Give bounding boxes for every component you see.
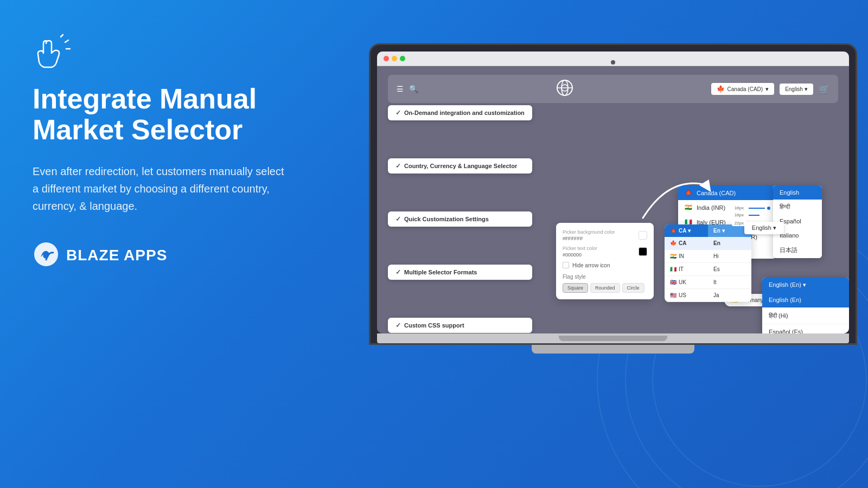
laptop-screen: ☰ 🔍 🍁 Canada (C — [377, 52, 849, 333]
lang-item-es[interactable]: Es — [708, 263, 751, 276]
nav-bar: ☰ 🔍 🍁 Canada (C — [388, 75, 838, 103]
tap-icon — [33, 33, 71, 70]
text-color-row: Picker text color #000000 — [563, 246, 647, 258]
selector-item-it[interactable]: 🇮🇹IT — [665, 263, 708, 276]
featured-label: FEATURED PROD... — [673, 237, 721, 241]
feature-badge-1: ✓ On-Demand integration and customizatio… — [388, 105, 532, 120]
country-selector-btn[interactable]: 🍁 Canada (CAD) ▾ — [711, 83, 775, 95]
page-title: Integrate Manual Market Selector — [33, 84, 293, 145]
lang-item-hindi[interactable]: हिन्दी — [773, 200, 822, 214]
english-option-en[interactable]: English (En) — [762, 292, 849, 308]
text-color-label: Picker text color #000000 — [563, 246, 597, 258]
size-label-2: 16px — [732, 212, 746, 218]
check-icon-2: ✓ — [395, 162, 401, 170]
lang-item-hi[interactable]: Hi — [708, 250, 751, 263]
lang-item-english[interactable]: English — [773, 185, 822, 200]
browser-dots — [384, 56, 405, 61]
page-description: Even after redirection, let customers ma… — [33, 163, 293, 215]
logo-icon — [33, 241, 60, 270]
close-dot — [384, 56, 389, 61]
english-dropdown-panel: English (En) ▾ English (En) हिंदी (Hi) E… — [762, 278, 849, 333]
check-icon-3: ✓ — [395, 215, 401, 223]
english-option-es[interactable]: Español (Es) — [762, 324, 849, 333]
laptop-notch — [559, 336, 667, 341]
maximize-dot — [400, 56, 405, 61]
nav-right: 🍁 Canada (CAD) ▾ English ▾ 🛒 — [711, 83, 829, 95]
hide-arrow-label: Hide arrow icon — [572, 262, 610, 268]
feature-badge-2: ✓ Country, Currency & Language Selector — [388, 158, 532, 174]
customization-panel: Picker background color #FFFFFF Picker t… — [556, 223, 654, 299]
minimize-dot — [392, 56, 397, 61]
selector-widget: 🍁CA ▾ 🍁CA 🇮🇳IN 🇮🇹IT — [665, 224, 751, 302]
laptop-stand — [532, 345, 694, 354]
hide-arrow-checkbox[interactable] — [563, 262, 569, 268]
logo-text: BLAZE APPS — [66, 247, 167, 264]
bg-color-row: Picker background color #FFFFFF — [563, 229, 647, 241]
search-icon[interactable]: 🔍 — [409, 85, 418, 93]
hide-arrow-row: Hide arrow icon — [563, 262, 647, 268]
lang-item-it[interactable]: It — [708, 276, 751, 289]
cart-icon[interactable]: 🛒 — [819, 84, 829, 94]
flag-style-rounded[interactable]: Rounded — [590, 283, 620, 293]
feature-badge-3: ✓ Quick Customization Settings — [388, 211, 532, 227]
flag-style-circle[interactable]: Circle — [622, 283, 644, 293]
selector-item-us[interactable]: 🇺🇸US — [665, 289, 708, 302]
english-dropdown-header[interactable]: English (En) ▾ — [762, 278, 849, 292]
size-label-3: 22px — [732, 220, 746, 226]
nav-left: ☰ 🔍 — [397, 85, 418, 93]
lang-item-japanese[interactable]: 日本語 — [773, 242, 822, 258]
lang-item-ja[interactable]: Ja — [708, 289, 751, 302]
flag-style-square[interactable]: Square — [563, 283, 588, 293]
selector-item-uk[interactable]: 🇬🇧UK — [665, 276, 708, 289]
svg-line-0 — [61, 35, 63, 37]
check-icon-1: ✓ — [395, 109, 401, 117]
camera-dot — [611, 60, 615, 65]
check-icon-4: ✓ — [395, 268, 401, 276]
feature-badge-5: ✓ Custom CSS support — [388, 318, 532, 333]
check-icon-5: ✓ — [395, 322, 401, 329]
bg-color-label: Picker background color #FFFFFF — [563, 229, 615, 241]
feature-items: ✓ On-Demand integration and customizatio… — [388, 105, 532, 333]
flag-style-buttons: Square Rounded Circle — [563, 283, 647, 293]
svg-line-1 — [65, 40, 68, 42]
laptop-container: ☰ 🔍 🍁 Canada (C — [369, 43, 857, 354]
arrow-decoration — [637, 164, 724, 231]
svg-marker-8 — [699, 177, 716, 192]
text-color-swatch[interactable] — [639, 247, 647, 256]
screen-content: ☰ 🔍 🍁 Canada (C — [377, 66, 849, 332]
laptop-bottom — [377, 333, 849, 343]
laptop-body: ☰ 🔍 🍁 Canada (C — [369, 43, 857, 345]
english-option-hi[interactable]: हिंदी (Hi) — [762, 308, 849, 324]
logo-area: BLAZE APPS — [33, 241, 293, 270]
flag-style-label: Flag style — [563, 274, 647, 280]
size-label-1: 16px — [732, 205, 746, 211]
left-panel: Integrate Manual Market Selector Even af… — [33, 33, 293, 270]
language-btn[interactable]: English ▾ — [780, 84, 813, 95]
feature-badge-4: ✓ Multiple Selector Formats — [388, 265, 532, 280]
country-col: 🍁CA ▾ 🍁CA 🇮🇳IN 🇮🇹IT — [665, 224, 708, 302]
selector-item-in[interactable]: 🇮🇳IN — [665, 250, 708, 263]
lang-col: En ▾ En Hi Es It Ja — [708, 224, 751, 302]
sizes-indicator: 16px 16px 22px — [732, 205, 770, 226]
menu-icon[interactable]: ☰ — [397, 85, 404, 93]
selector-header: 🍁CA ▾ 🍁CA 🇮🇳IN 🇮🇹IT — [665, 224, 751, 302]
nav-logo — [556, 79, 573, 99]
bg-color-swatch[interactable] — [639, 231, 647, 240]
